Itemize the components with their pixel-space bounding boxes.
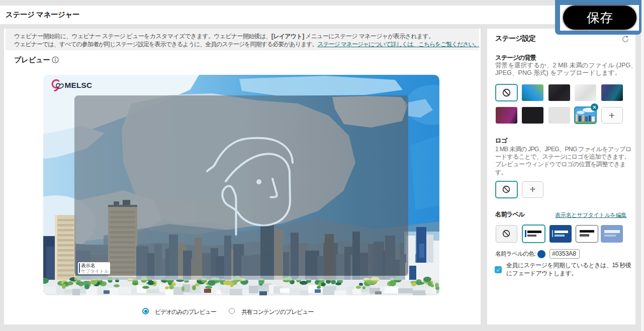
- svg-text:MELSC: MELSC: [65, 81, 93, 89]
